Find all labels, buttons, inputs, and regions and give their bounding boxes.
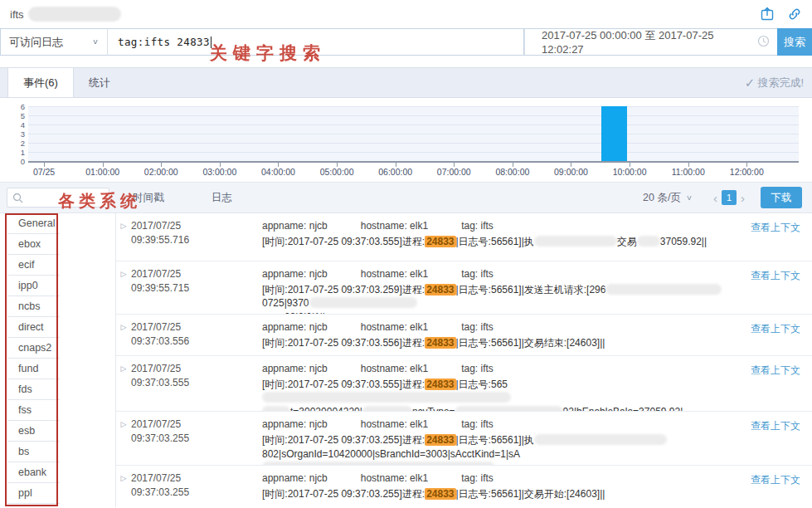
- y-tick-label: 4: [21, 120, 25, 129]
- sidebar-item-ecif[interactable]: ecif: [8, 255, 60, 276]
- sidebar-item-ebox[interactable]: ebox: [8, 234, 60, 255]
- link-icon[interactable]: [787, 7, 802, 22]
- sidebar-item-esb[interactable]: esb: [8, 421, 60, 442]
- y-axis: 6543210: [7, 106, 28, 161]
- y-tick-label: 0: [21, 157, 25, 166]
- page-size-select[interactable]: 20 条/页∨: [643, 191, 693, 205]
- list-toolbar: 时间戳 日志 20 条/页∨ ‹ 1 › 下载: [0, 183, 812, 213]
- row-log-content: appname: njcbhostname: elk1tag: ifts [时间…: [262, 362, 812, 411]
- log-row: ▷ 2017/07/2509:37:03.255 appname: njcbho…: [116, 412, 812, 466]
- sidebar-item-bs[interactable]: bs: [8, 442, 60, 462]
- tab-bar: 事件(6) 统计 ✓ 搜索完成!: [0, 67, 812, 98]
- sidebar-item-fds[interactable]: fds: [8, 379, 60, 400]
- sidebar-item-direct[interactable]: direct: [8, 317, 60, 338]
- sidebar-item-ncbs[interactable]: ncbs: [8, 296, 60, 317]
- view-context-link[interactable]: 查看上下文: [751, 221, 800, 235]
- x-tick-label: 09:00:00: [554, 167, 588, 177]
- y-tick-label: 2: [21, 139, 25, 148]
- query-text: tag:ifts 24833: [118, 36, 210, 48]
- x-tick-label: 11:00:00: [672, 167, 705, 177]
- expand-caret-icon[interactable]: ▷: [116, 267, 131, 314]
- x-tick-mark: [161, 163, 162, 167]
- expand-caret-icon[interactable]: ▷: [116, 320, 131, 355]
- row-timestamp: 2017/07/2509:37:03.556: [131, 320, 262, 355]
- next-page-button[interactable]: ›: [737, 191, 749, 205]
- date-range-picker[interactable]: 2017-07-25 00:00:00 至 2017-07-25 12:02:2…: [524, 28, 777, 56]
- view-context-link[interactable]: 查看上下文: [751, 473, 800, 487]
- log-scope-select[interactable]: 可访问日志 ∨: [0, 28, 108, 56]
- redacted-blur: [362, 406, 412, 412]
- x-tick-mark: [396, 163, 396, 167]
- log-search-app: ifts 可访问日志 ∨ tag:ifts 24833: [0, 0, 812, 508]
- download-button[interactable]: 下载: [761, 187, 802, 208]
- chart-plot: [28, 106, 799, 163]
- x-tick-mark: [278, 163, 279, 167]
- status-text: 搜索完成!: [757, 76, 804, 90]
- redacted-blur: [605, 284, 722, 295]
- redacted-blur: [455, 406, 563, 412]
- x-tick-mark: [571, 163, 571, 167]
- view-context-link[interactable]: 查看上下文: [751, 364, 800, 378]
- tab-stats[interactable]: 统计: [74, 68, 125, 97]
- search-button[interactable]: 搜索: [777, 28, 812, 56]
- top-bar: ifts: [0, 0, 812, 28]
- prev-page-button[interactable]: ‹: [709, 191, 722, 205]
- x-tick-mark: [220, 163, 221, 167]
- expand-caret-icon[interactable]: ▷: [116, 471, 131, 507]
- tab-events[interactable]: 事件(6): [7, 68, 74, 97]
- row-timestamp: 2017/07/2509:37:03.255: [131, 418, 262, 465]
- current-page[interactable]: 1: [722, 190, 737, 205]
- view-context-link[interactable]: 查看上下文: [751, 269, 800, 283]
- x-tick-label: 04:00:00: [261, 167, 295, 177]
- x-tick-mark: [103, 163, 104, 167]
- row-log-content: appname: njcbhostname: elk1tag: ifts [时间…: [262, 320, 812, 355]
- sidebar-item-ebank[interactable]: ebank: [8, 462, 60, 483]
- x-tick-label: 07:00:00: [437, 167, 471, 177]
- row-timestamp: 2017/07/2509:37:03.255: [131, 471, 262, 507]
- keyword-highlight: 24833: [425, 434, 455, 446]
- log-row: ▷ 2017/07/2509:37:03.255 appname: njcbho…: [116, 466, 812, 507]
- expand-caret-icon[interactable]: ▷: [116, 219, 131, 261]
- x-tick-label: 10:00:00: [613, 167, 647, 177]
- system-list: Generaleboxecifipp0ncbsdirectcnaps2fundf…: [0, 213, 116, 507]
- x-tick-label: 12:00:00: [730, 167, 764, 177]
- x-tick-mark: [513, 163, 513, 167]
- chevron-down-icon: ∨: [92, 37, 99, 46]
- redacted-blur: [637, 236, 660, 247]
- view-context-link[interactable]: 查看上下文: [751, 419, 800, 433]
- export-icon[interactable]: [760, 7, 775, 22]
- row-log-content: appname: njcbhostname: elk1tag: ifts [时间…: [262, 418, 812, 465]
- x-tick-mark: [44, 163, 45, 167]
- sidebar-item-ppl[interactable]: ppl: [8, 483, 60, 504]
- app-title: ifts: [10, 8, 24, 21]
- sidebar-item-fss[interactable]: fss: [8, 400, 60, 421]
- text-cursor: [211, 37, 212, 48]
- sidebar-item-cnaps2[interactable]: cnaps2: [8, 338, 60, 359]
- log-row: ▷ 2017/07/2509:39:55.715 appname: njcbho…: [116, 261, 812, 315]
- expand-caret-icon[interactable]: ▷: [116, 362, 131, 411]
- x-tick-mark: [688, 163, 689, 167]
- view-context-link[interactable]: 查看上下文: [751, 322, 800, 336]
- histogram-bar: [601, 106, 626, 161]
- histogram-section: 6543210 07/2501:00:0002:00:0003:00:0004:…: [0, 98, 812, 183]
- row-log-content: appname: njcbhostname: elk1tag: ifts [时间…: [262, 471, 812, 507]
- keyword-highlight: 24833: [425, 284, 455, 296]
- keyword-highlight: 24833: [425, 379, 455, 390]
- x-tick-label: 05:00:00: [320, 167, 354, 177]
- sidebar-item-fund[interactable]: fund: [8, 359, 60, 379]
- log-row: ▷ 2017/07/2509:37:03.556 appname: njcbho…: [116, 315, 812, 356]
- sidebar-item-ipp0[interactable]: ipp0: [8, 276, 60, 296]
- column-header-timestamp: 时间戳: [133, 191, 164, 205]
- sidebar-item-general[interactable]: General: [8, 213, 60, 234]
- x-tick-mark: [337, 163, 338, 167]
- x-tick-label: 07/25: [33, 167, 55, 177]
- redacted-blur: [262, 392, 511, 403]
- row-timestamp: 2017/07/2509:39:55.715: [131, 267, 262, 314]
- expand-caret-icon[interactable]: ▷: [116, 418, 131, 465]
- x-tick-mark: [746, 163, 747, 167]
- redacted-blur: [262, 406, 290, 412]
- search-row: 可访问日志 ∨ tag:ifts 24833 2017-07-25 00:00:…: [0, 28, 812, 56]
- system-filter-input[interactable]: [7, 188, 109, 208]
- search-query-input[interactable]: tag:ifts 24833: [108, 28, 524, 56]
- date-range-text: 2017-07-25 00:00:00 至 2017-07-25 12:02:2…: [542, 28, 757, 56]
